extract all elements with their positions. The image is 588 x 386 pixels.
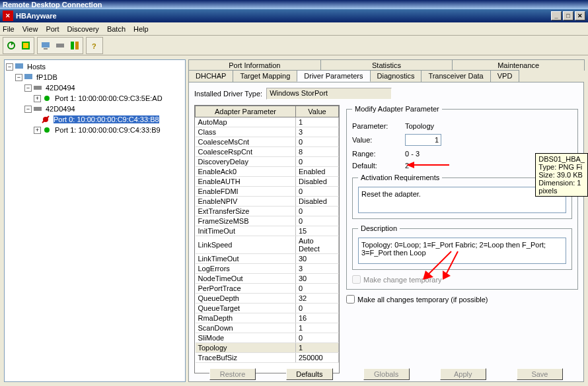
menu-view[interactable]: View — [22, 25, 38, 33]
description-group: Description Topology: 0=Loop; 1=F_Port F… — [352, 224, 572, 270]
table-row[interactable]: TraceBufSiz250000 — [196, 353, 339, 363]
tree-port-1a[interactable]: +Port 1: 10:00:00:00:C9:C3:5E:AD — [6, 93, 184, 104]
globals-button[interactable]: Globals — [363, 368, 410, 380]
tab-driver-parameters[interactable]: Driver Parameters — [297, 70, 370, 82]
param-header-value[interactable]: Value — [296, 106, 339, 117]
tab-diagnostics[interactable]: Diagnostics — [370, 70, 422, 82]
value-input[interactable] — [405, 134, 441, 146]
window-titlebar: ✕ HBAnyware _ □ ✕ — [0, 9, 588, 22]
menu-discovery[interactable]: Discovery — [67, 25, 99, 33]
default-value: 2 — [405, 162, 409, 170]
card-icon[interactable] — [54, 39, 67, 52]
svg-rect-3 — [42, 42, 50, 48]
menu-file[interactable]: File — [3, 25, 15, 33]
parameter-name-value: Topology — [405, 122, 434, 130]
app-icon: ✕ — [3, 11, 13, 21]
tab-strip: Port Information Statistics Maintenance … — [188, 59, 584, 82]
parameter-name-label: Parameter: — [352, 122, 405, 130]
param-header-name[interactable]: Adapter Parameter — [196, 106, 296, 117]
table-row[interactable]: QueueDepth32 — [196, 294, 339, 304]
menu-port[interactable]: Port — [46, 25, 59, 33]
svg-rect-6 — [71, 42, 74, 49]
tab-panel: Installed Driver Type: Windows StorPort … — [188, 82, 584, 382]
table-row[interactable]: AutoMap1 — [196, 117, 339, 127]
svg-rect-10 — [24, 74, 32, 79]
table-row[interactable]: InitTimeOut15 — [196, 226, 339, 236]
tree-host[interactable]: −fP1DB — [6, 72, 184, 82]
installed-driver-value: Windows StorPort — [266, 88, 392, 100]
table-row[interactable]: EnableFDMI0 — [196, 187, 339, 197]
svg-rect-2 — [23, 43, 28, 48]
make-all-temporary-label: Make all changes temporary (if possible) — [357, 296, 488, 304]
default-label: Default: — [352, 162, 405, 170]
tab-dhchap[interactable]: DHCHAP — [188, 70, 233, 82]
outer-title-text: Remote Desktop Connection — [3, 1, 102, 9]
tree-adapter-2[interactable]: −42D0494 — [6, 104, 184, 114]
modify-parameter-group: Modify Adapter Parameter Parameter: Topo… — [346, 105, 578, 290]
apply-button[interactable]: Apply — [440, 368, 486, 380]
maximize-button[interactable]: □ — [563, 11, 573, 20]
tab-port-information[interactable]: Port Information — [188, 59, 321, 71]
toolbar: ? — [0, 36, 588, 55]
svg-rect-7 — [75, 42, 79, 49]
table-row[interactable]: DiscoveryDelay0 — [196, 157, 339, 167]
reconnect-icon[interactable] — [19, 39, 32, 52]
table-row[interactable]: LinkSpeedAuto Detect — [196, 236, 339, 254]
table-row[interactable]: ScanDown1 — [196, 323, 339, 333]
disk-icon[interactable] — [68, 39, 81, 52]
table-row[interactable]: SliMode0 — [196, 333, 339, 343]
tree-port-2b[interactable]: +Port 1: 10:00:00:00:C9:C4:33:B9 — [6, 125, 184, 135]
refresh-icon[interactable] — [5, 39, 18, 52]
table-row[interactable]: FrameSizeMSB0 — [196, 216, 339, 226]
svg-point-12 — [44, 96, 50, 101]
svg-rect-4 — [44, 48, 48, 49]
tree-adapter-1[interactable]: −42D0494 — [6, 82, 184, 93]
table-row[interactable]: ExtTransferSize0 — [196, 207, 339, 216]
save-button[interactable]: Save — [517, 368, 563, 380]
svg-point-16 — [44, 127, 50, 133]
table-row[interactable]: NodeTimeOut30 — [196, 274, 339, 284]
file-tooltip: DBS01_HBA_ Type: PNG Fi Size: 39.0 KB Di… — [535, 153, 588, 197]
table-row[interactable]: LinkTimeOut30 — [196, 254, 339, 264]
tree-port-2a[interactable]: Port 0: 10:00:00:00:C9:C4:33:B8 — [6, 114, 184, 125]
tab-vpd[interactable]: VPD — [490, 70, 520, 82]
tab-statistics[interactable]: Statistics — [320, 59, 453, 71]
value-label: Value: — [352, 136, 405, 144]
table-row[interactable]: QueueTarget0 — [196, 304, 339, 313]
table-row[interactable]: CoalesceMsCnt0 — [196, 137, 339, 147]
description-text: Topology: 0=Loop; 1=F_Port Fabric; 2=Loo… — [358, 238, 566, 264]
table-row[interactable]: PerPortTrace0 — [196, 284, 339, 294]
table-row[interactable]: Class3 — [196, 127, 339, 137]
svg-rect-5 — [56, 44, 64, 48]
menu-help[interactable]: Help — [133, 25, 149, 33]
table-row[interactable]: EnableNPIVDisabled — [196, 197, 339, 207]
tab-target-mapping[interactable]: Target Mapping — [233, 70, 297, 82]
table-row[interactable]: Topology1 — [196, 343, 339, 353]
svg-rect-9 — [15, 63, 23, 69]
parameter-table[interactable]: Adapter Parameter Value AutoMap1Class3Co… — [194, 105, 340, 373]
help-icon[interactable]: ? — [88, 39, 101, 52]
restore-button[interactable]: Restore — [209, 368, 256, 380]
tree-root[interactable]: −Hosts — [6, 61, 184, 72]
svg-rect-11 — [34, 86, 42, 90]
host-tree[interactable]: −Hosts −fP1DB −42D0494 +Port 1: 10:00:00… — [4, 59, 186, 382]
table-row[interactable]: EnableAUTHDisabled — [196, 177, 339, 187]
description-legend: Description — [358, 224, 400, 232]
make-all-temporary-checkbox[interactable] — [346, 295, 355, 304]
make-change-temporary-checkbox — [352, 275, 361, 284]
tab-transceiver-data[interactable]: Transceiver Data — [421, 70, 490, 82]
activation-legend: Activation Requirements — [358, 174, 442, 181]
svg-text:?: ? — [92, 42, 96, 50]
table-row[interactable]: RmaDepth16 — [196, 313, 339, 323]
host-icon[interactable] — [39, 39, 52, 52]
close-button[interactable]: ✕ — [575, 11, 585, 20]
outer-window-titlebar: Remote Desktop Connection — [0, 0, 588, 9]
defaults-button[interactable]: Defaults — [286, 368, 332, 380]
tab-maintenance[interactable]: Maintenance — [452, 59, 585, 71]
table-row[interactable]: LogErrors3 — [196, 264, 339, 274]
minimize-button[interactable]: _ — [551, 11, 562, 20]
table-row[interactable]: CoalesceRspCnt8 — [196, 147, 339, 157]
svg-rect-13 — [34, 107, 42, 111]
table-row[interactable]: EnableAck0Enabled — [196, 167, 339, 177]
menu-batch[interactable]: Batch — [107, 25, 126, 33]
